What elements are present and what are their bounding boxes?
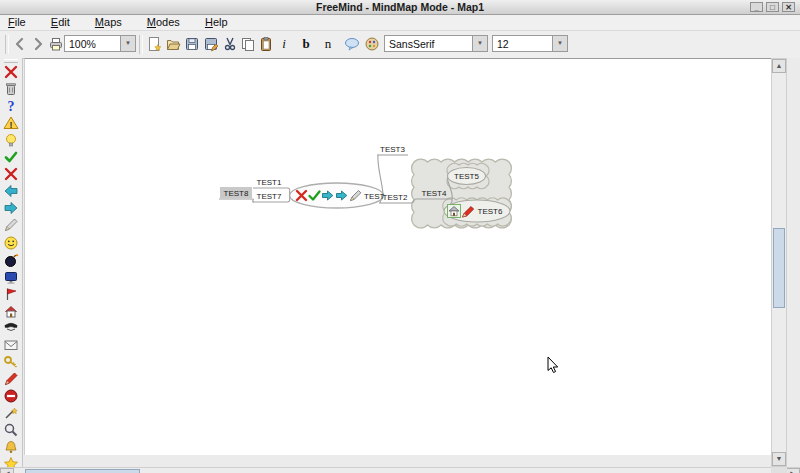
chevron-down-icon[interactable]: ▼ [552,36,567,51]
zoom-value: 100% [69,38,96,50]
font-size-value: 12 [497,38,509,50]
magnifier-icon[interactable] [3,422,19,438]
title-bar: FreeMind - MindMap Mode - Map1 _ □ ✕ [0,0,800,15]
attach-icon[interactable] [3,217,19,233]
toolbar-handle [5,35,9,54]
new-map-button[interactable] [144,34,164,54]
minimize-button[interactable]: _ [750,2,763,12]
mouse-cursor [548,357,558,373]
svg-text:?: ? [8,99,15,114]
node-test6[interactable]: TEST6 [478,207,503,216]
toolbar-separator [139,35,143,54]
previous-button[interactable] [10,34,30,54]
chevron-down-icon[interactable]: ▼ [472,36,487,51]
vertical-scroll-thumb[interactable] [773,228,785,308]
close-button[interactable]: ✕ [782,2,795,12]
node-root[interactable]: TEST [364,192,385,201]
remove-icon[interactable] [3,64,19,80]
wizard-icon[interactable] [3,405,19,421]
font-combobox[interactable]: SansSerif ▼ [384,35,488,52]
ok-icon[interactable] [3,149,19,165]
print-button[interactable] [46,34,66,54]
menu-modes[interactable]: Modes [139,15,188,28]
svg-text:!: ! [10,120,13,130]
back-icon[interactable] [3,183,19,199]
menu-edit[interactable]: Edit [43,15,78,28]
normal-font-button[interactable]: n [318,34,338,54]
node-test4[interactable]: TEST4 [422,189,447,198]
color-button[interactable] [362,34,382,54]
idea-icon[interactable] [3,132,19,148]
phone-icon[interactable] [3,320,19,336]
next-button[interactable] [28,34,48,54]
desktop-icon[interactable] [3,269,19,285]
menu-file[interactable]: File [0,15,34,28]
scroll-up-button[interactable]: ▲ [772,59,786,73]
node-test7[interactable]: TEST7 [257,192,282,201]
toolbar-handle [4,59,18,63]
save-as-button[interactable] [201,34,221,54]
help-icon[interactable]: ? [3,98,19,114]
flag-icon[interactable] [3,286,19,302]
node-test2[interactable]: TEST2 [383,193,408,202]
horizontal-scroll-thumb[interactable] [25,469,140,473]
scroll-down-button[interactable]: ▼ [772,452,786,466]
window-title: FreeMind - MindMap Mode - Map1 [316,1,484,13]
node-test3[interactable]: TEST3 [380,145,405,154]
node-test5[interactable]: TEST5 [454,172,479,181]
bomb-icon[interactable] [3,252,19,268]
warning-icon[interactable]: ! [3,115,19,131]
smiley-icon[interactable] [3,235,19,251]
chevron-down-icon[interactable]: ▼ [120,36,135,51]
italic-button[interactable]: i [274,34,294,54]
mail-icon[interactable] [3,337,19,353]
forward-icon[interactable] [3,200,19,216]
main-toolbar: 100% ▼ i b n SansSerif ▼ 12 ▼ [0,30,800,59]
copy-button[interactable] [238,34,258,54]
pencil-icon[interactable] [3,371,19,387]
horizontal-scrollbar[interactable]: ◀ ▶ [0,467,800,473]
scroll-left-button[interactable]: ◀ [0,468,14,473]
home-icon [448,205,461,218]
key-icon[interactable] [3,354,19,370]
mindmap[interactable]: TEST TEST1 TEST7 TEST8 TEST3 TEST2 TEST4… [25,59,772,456]
menu-bar: File Edit Maps Modes Help [0,15,800,30]
window-edge [787,58,800,467]
cancel-icon[interactable] [3,166,19,182]
home-icon[interactable] [3,303,19,319]
bell-icon[interactable] [3,439,19,455]
vertical-scrollbar[interactable]: ▲ ▼ [771,58,787,467]
font-size-combobox[interactable]: 12 ▼ [492,35,568,52]
stop-icon[interactable] [3,388,19,404]
open-map-button[interactable] [163,34,183,54]
font-value: SansSerif [389,38,435,50]
bold-button[interactable]: b [296,34,316,54]
zoom-combobox[interactable]: 100% ▼ [64,35,136,52]
icons-toolbar: ?! [0,58,23,467]
scroll-right-button[interactable]: ▶ [786,468,800,473]
maximize-button[interactable]: □ [766,2,779,12]
menu-help[interactable]: Help [197,15,236,28]
cloud-button[interactable] [342,34,362,54]
window-controls: _ □ ✕ [750,2,795,12]
node-test1[interactable]: TEST1 [257,178,282,187]
node-test8-selected[interactable]: TEST8 [224,189,249,198]
menu-maps[interactable]: Maps [87,15,130,28]
map-canvas[interactable]: TEST TEST1 TEST7 TEST8 TEST3 TEST2 TEST4… [24,58,771,455]
star-icon[interactable] [3,456,19,467]
cut-button[interactable] [220,34,240,54]
paste-button[interactable] [256,34,276,54]
save-map-button[interactable] [182,34,202,54]
scrollbar-corner [771,467,787,473]
trash-icon[interactable] [3,81,19,97]
